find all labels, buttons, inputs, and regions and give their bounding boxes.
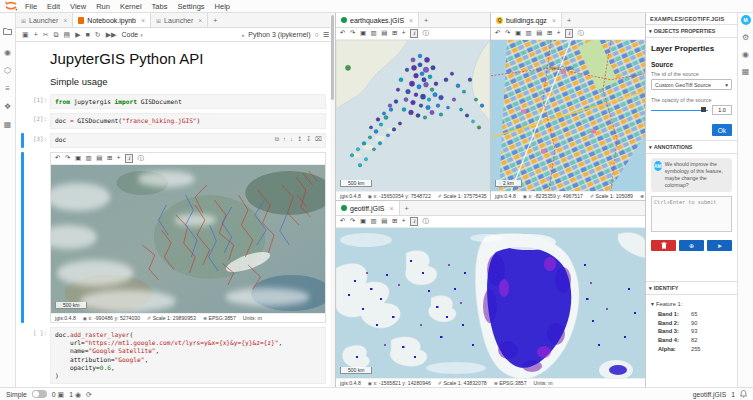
jupytergis-panel-icon[interactable]: ▦ — [4, 121, 12, 129]
kernel-icon[interactable]: ◉ — [75, 391, 81, 398]
refresh-icon[interactable]: ⟳ — [86, 391, 92, 398]
identify-section-header[interactable]: ▾ IDENTIFY — [646, 281, 737, 295]
menu-tabs[interactable]: Tabs — [147, 2, 173, 11]
identify-tool-icon[interactable]: i — [410, 217, 418, 226]
undo-icon[interactable]: ↶ — [55, 155, 60, 162]
tab-geotiff[interactable]: geotiff.jGIS × — [336, 201, 400, 215]
duplicate-cell-icon[interactable]: ⧉ — [275, 136, 279, 142]
symbology-icon[interactable]: ▣ — [515, 30, 521, 37]
menu-view[interactable]: View — [65, 2, 91, 11]
run-cell-icon[interactable]: ▶ — [75, 31, 80, 38]
symbology-icon[interactable]: ▣ — [360, 218, 366, 225]
move-cell-up-icon[interactable]: ↑ — [283, 136, 286, 142]
code-input[interactable]: doc = GISDocument("france_hiking.jGIS") — [50, 113, 326, 128]
undo-icon[interactable]: ↶ — [495, 30, 500, 37]
cell-collapser[interactable] — [21, 327, 24, 384]
close-icon[interactable]: × — [409, 17, 413, 24]
menu-file[interactable]: File — [20, 2, 42, 11]
insert-cell-below-icon[interactable]: ↧ — [306, 136, 311, 142]
zoom-box-icon[interactable]: ⊞ — [107, 155, 112, 162]
add-layer-icon[interactable]: + — [117, 155, 121, 162]
basemap-icon[interactable]: ▤ — [381, 218, 387, 225]
slider-thumb[interactable] — [701, 107, 706, 112]
tab-earthquakes[interactable]: earthquakes.jGIS × — [336, 13, 419, 27]
identify-tool-icon[interactable]: i — [410, 29, 418, 38]
about-icon[interactable]: ⓘ — [137, 155, 144, 162]
cut-cell-icon[interactable]: ✂ — [43, 31, 49, 38]
paste-cell-icon[interactable]: ▤ — [64, 31, 71, 38]
basemap-icon[interactable]: ▤ — [381, 30, 387, 37]
menu-run[interactable]: Run — [91, 2, 115, 11]
scrollbar-thumb[interactable] — [331, 15, 334, 100]
center-on-annotation-button[interactable]: ⊕ — [679, 240, 704, 251]
user-avatar[interactable]: M — [741, 15, 751, 25]
close-icon[interactable]: × — [63, 17, 67, 24]
running-kernels-icon[interactable]: ◉ — [4, 49, 11, 57]
geotiff-map-view[interactable]: 500 km — [336, 228, 645, 378]
layers-icon[interactable]: ▥ — [86, 155, 92, 162]
close-icon[interactable]: × — [141, 17, 145, 24]
new-tab-button[interactable]: + — [419, 13, 433, 27]
menu-settings[interactable]: Settings — [172, 2, 209, 11]
extensions-icon[interactable]: ❖ — [4, 103, 11, 111]
about-icon[interactable]: ⓘ — [422, 218, 429, 225]
identify-tool-icon[interactable]: i — [125, 154, 133, 163]
objects-properties-section-header[interactable]: ▾ OBJECTS PROPERTIES — [646, 24, 737, 38]
map-projection[interactable]: EPSG:3857 — [208, 315, 235, 321]
redo-icon[interactable]: ↷ — [65, 155, 70, 162]
about-icon[interactable]: ⓘ — [422, 30, 429, 37]
cell-collapser[interactable] — [21, 94, 24, 109]
source-select[interactable]: Custom GeoTiff Source ▾ — [651, 79, 732, 90]
cell-collapser[interactable] — [21, 113, 24, 128]
new-tab-button[interactable]: + — [400, 201, 414, 215]
close-icon[interactable]: × — [552, 17, 556, 24]
tab-launcher-1[interactable]: ⊞ Launcher × — [16, 13, 73, 27]
redo-icon[interactable]: ↷ — [350, 218, 355, 225]
earthquakes-map-view[interactable]: 500 km — [336, 40, 490, 191]
widgets-icon[interactable]: ◉ — [742, 51, 749, 59]
zoom-box-icon[interactable]: ⊞ — [392, 218, 397, 225]
run-all-icon[interactable]: ▶▶ — [106, 31, 117, 38]
copy-cell-icon[interactable]: ⧉ — [54, 31, 59, 38]
terminal-icon[interactable]: ▣ — [58, 391, 65, 398]
ok-button[interactable]: Ok — [712, 124, 732, 136]
insert-cell-above-icon[interactable]: ↥ — [297, 136, 302, 142]
layers-icon[interactable]: ▥ — [371, 30, 377, 37]
symbology-icon[interactable]: ▣ — [75, 155, 81, 162]
add-layer-icon[interactable]: + — [402, 218, 406, 225]
save-icon[interactable]: ▣ — [22, 31, 29, 38]
panel-menu-icon[interactable]: ☰ — [323, 31, 329, 38]
delete-annotation-button[interactable] — [651, 240, 676, 251]
symbology-icon[interactable]: ▣ — [360, 30, 366, 37]
undo-icon[interactable]: ↶ — [340, 218, 345, 225]
restart-kernel-icon[interactable]: ↻ — [95, 31, 101, 38]
code-input[interactable]: doc.add_raster_layer( url="https://mt1.g… — [50, 327, 326, 384]
layers-icon[interactable]: ▥ — [526, 30, 532, 37]
notebook-content[interactable]: JupyterGIS Python API Simple usage [1]: … — [16, 42, 335, 387]
menu-edit[interactable]: Edit — [42, 2, 65, 11]
close-icon[interactable]: × — [198, 17, 202, 24]
basemap-icon[interactable]: ▤ — [536, 30, 542, 37]
move-cell-down-icon[interactable]: ↓ — [290, 136, 293, 142]
zoom-box-icon[interactable]: ⊞ — [392, 30, 397, 37]
tab-notebook[interactable]: Notebook.ipynb × — [73, 13, 151, 27]
zoom-box-icon[interactable]: ⊞ — [547, 30, 552, 37]
layers-icon[interactable]: ▥ — [371, 218, 377, 225]
annotations-section-header[interactable]: ▾ ANNOTATIONS — [646, 140, 737, 154]
simple-mode-toggle[interactable] — [32, 390, 47, 398]
opacity-value-input[interactable] — [712, 105, 732, 115]
basemap-icon[interactable]: ▤ — [96, 155, 102, 162]
menu-kernel[interactable]: Kernel — [115, 2, 147, 11]
stop-kernel-icon[interactable]: ■ — [86, 31, 90, 38]
map-projection[interactable]: EPSG:3857 — [499, 380, 526, 386]
file-browser-icon[interactable] — [3, 21, 12, 39]
tab-launcher-2[interactable]: ⊞ Launcher × — [151, 13, 208, 27]
opacity-slider[interactable] — [651, 106, 708, 114]
submit-annotation-button[interactable]: ➤ — [707, 240, 732, 251]
bell-icon[interactable] — [740, 390, 747, 398]
new-tab-button[interactable]: + — [208, 13, 222, 27]
property-inspector-icon[interactable]: ⚙ — [742, 34, 749, 42]
add-layer-icon[interactable]: + — [557, 30, 561, 37]
buildings-map-view[interactable]: New York 2 km — [491, 40, 645, 191]
feature-header[interactable]: ▾ Feature 1: — [651, 301, 732, 307]
